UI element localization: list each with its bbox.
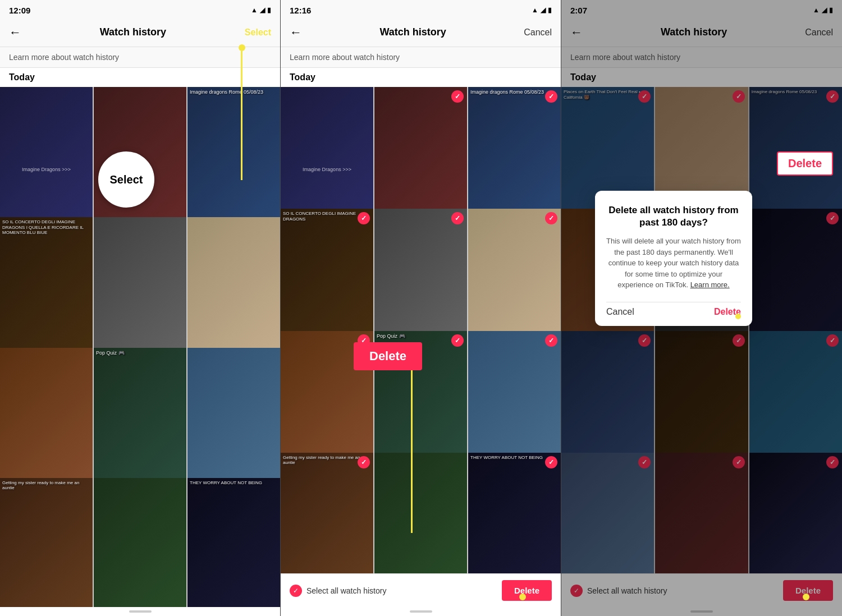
video-thumb-2-10[interactable]: [374, 453, 467, 573]
phone-panel-1: 12:09 ▲ ◢ ▮ ← Watch history Select Learn…: [0, 0, 281, 616]
time-2: 12:16: [290, 6, 311, 15]
status-icons-2: ▲ ◢ ▮: [532, 6, 552, 14]
video-grid-2: Imagine Dragons >>> ▷14.5K ✓ ▷71.2K Imag…: [281, 87, 561, 573]
check-overlay-2-8: ✓: [545, 334, 557, 347]
delete-dialog-3: Delete all watch history from past 180 d…: [595, 191, 752, 326]
check-overlay-2-2: ✓: [545, 90, 557, 103]
check-overlay-2-4: ✓: [451, 212, 464, 224]
video-thumb-2-9[interactable]: Getting my sister ready to make me an au…: [281, 453, 373, 573]
signal-icon-1: ◢: [260, 6, 265, 14]
nav-bar-1: ← Watch history Select: [0, 18, 280, 47]
check-overlay-2-7: ✓: [451, 334, 464, 347]
select-callout-circle: Select: [98, 151, 154, 208]
section-header-1: Today: [0, 68, 280, 87]
scroll-indicator-2: [410, 610, 432, 613]
learn-more-2[interactable]: Learn more about watch history: [281, 47, 561, 68]
select-all-text-2: Select all watch history: [306, 586, 386, 595]
video-label-1-7: Pop Quiz 🎮: [96, 350, 184, 356]
callout-line-1: [241, 51, 242, 180]
dialog-actions-3: Cancel Delete: [606, 302, 741, 317]
dialog-cancel-button-3[interactable]: Cancel: [606, 307, 634, 317]
video-label-1-3: SO IL CONCERTO DEGLI IMAGINE DRAGONS I Q…: [2, 219, 90, 236]
video-label-1-2: Imagine dragons Rome 05/08/23: [190, 89, 278, 95]
section-header-2: Today: [281, 68, 561, 87]
status-icons-1: ▲ ◢ ▮: [251, 6, 271, 14]
status-bar-2: 12:16 ▲ ◢ ▮: [281, 0, 561, 18]
video-thumb-1-10[interactable]: [94, 478, 186, 607]
back-button-2[interactable]: ←: [290, 25, 302, 40]
dialog-dot: [735, 314, 741, 319]
phone-panel-3: 2:07 ▲ ◢ ▮ ← Watch history Cancel Learn …: [561, 0, 842, 616]
cancel-button-2[interactable]: Cancel: [524, 27, 552, 38]
dialog-body-3: This will delete all your watch history …: [606, 236, 741, 291]
callout-line-delete-2: [411, 348, 413, 533]
video-label-1-11: THEY WORRY ABOUT NOT BEING: [190, 480, 278, 486]
nav-title-2: Watch history: [379, 26, 446, 38]
time-1: 12:09: [9, 6, 30, 15]
check-overlay-2-11: ✓: [545, 456, 557, 468]
video-thumb-1-11[interactable]: THEY WORRY ABOUT NOT BEING: [187, 478, 280, 607]
select-all-check-2[interactable]: ✓: [290, 585, 302, 597]
video-thumb-1-9[interactable]: Getting my sister ready to make me an au…: [0, 478, 93, 607]
check-overlay-2-5: ✓: [545, 212, 557, 224]
check-overlay-2-1: ✓: [451, 90, 464, 103]
battery-icon-2: ▮: [548, 6, 552, 14]
callout-dot-delete-2: [519, 594, 526, 600]
select-button-1[interactable]: Select: [245, 27, 271, 38]
select-all-group-2[interactable]: ✓ Select all watch history: [290, 585, 386, 597]
check-overlay-2-3: ✓: [358, 212, 370, 224]
delete-callout-2: Delete: [354, 342, 422, 370]
battery-icon-1: ▮: [267, 6, 271, 14]
callout-dot-3: [803, 594, 809, 600]
dialog-learn-link-3[interactable]: Learn more.: [690, 281, 730, 289]
phone-panel-2: 12:16 ▲ ◢ ▮ ← Watch history Cancel Learn…: [281, 0, 561, 616]
check-overlay-2-9: ✓: [358, 456, 370, 468]
scroll-indicator-1: [129, 610, 152, 613]
delete-top-callout-3: Delete: [777, 151, 833, 176]
signal-icon-2: ◢: [541, 6, 546, 14]
nav-bar-2: ← Watch history Cancel: [281, 18, 561, 47]
nav-title-1: Watch history: [100, 26, 166, 38]
wifi-icon-1: ▲: [251, 6, 258, 14]
select-callout-text: Select: [110, 173, 143, 186]
wifi-icon-2: ▲: [532, 6, 538, 14]
video-label-1-9: Getting my sister ready to make me an au…: [2, 480, 90, 491]
video-thumb-2-11[interactable]: THEY WORRY ABOUT NOT BEING ✓: [468, 453, 561, 573]
back-button-1[interactable]: ←: [9, 25, 21, 40]
bottom-bar-2: ✓ Select all watch history Delete: [281, 573, 561, 607]
delete-button-2[interactable]: Delete: [502, 580, 552, 601]
dialog-title-3: Delete all watch history from past 180 d…: [606, 204, 741, 229]
callout-dot-1: [239, 44, 245, 51]
status-bar-1: 12:09 ▲ ◢ ▮: [0, 0, 280, 18]
learn-more-1[interactable]: Learn more about watch history: [0, 47, 280, 68]
